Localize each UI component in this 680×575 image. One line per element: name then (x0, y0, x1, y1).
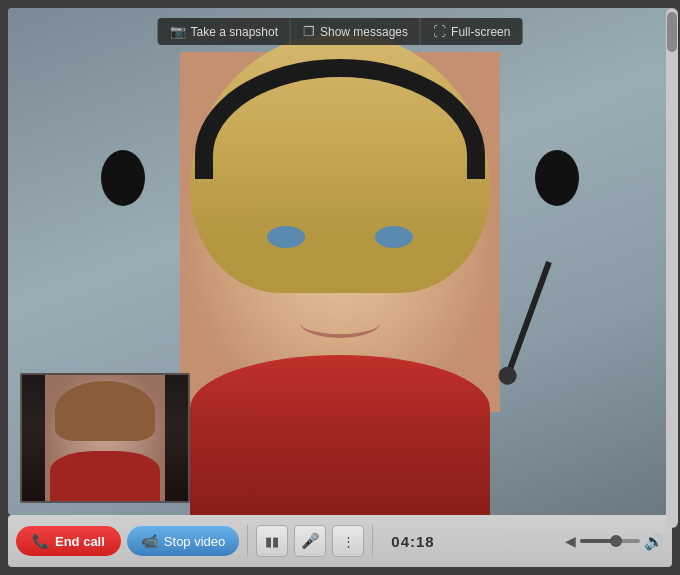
local-video (22, 375, 188, 501)
messages-icon: ❐ (303, 24, 315, 39)
stop-video-label: Stop video (164, 534, 225, 549)
call-timer: 04:18 (381, 533, 444, 550)
self-view-pip (20, 373, 190, 503)
fullscreen-label: Full-screen (451, 25, 510, 39)
app-window: 📷 Take a snapshot ❐ Show messages ⛶ Full… (0, 0, 680, 575)
snapshot-label: Take a snapshot (191, 25, 278, 39)
messages-label: Show messages (320, 25, 408, 39)
dialpad-button[interactable]: ⋮ (332, 525, 364, 557)
local-person-hair (55, 381, 155, 441)
controls-bar: 📞 End call 📹 Stop video ▮▮ 🎤 ⋮ 04:18 ◀ (8, 515, 672, 567)
fullscreen-icon: ⛶ (433, 24, 446, 39)
scroll-thumb[interactable] (667, 12, 677, 52)
snapshot-button[interactable]: 📷 Take a snapshot (158, 18, 291, 45)
headphone-cup-right (535, 150, 579, 206)
volume-slider[interactable] (580, 539, 640, 543)
volume-control: ◀ 🔊 (565, 532, 664, 551)
main-video: 📷 Take a snapshot ❐ Show messages ⛶ Full… (8, 8, 672, 515)
end-call-label: End call (55, 534, 105, 549)
messages-button[interactable]: ❐ Show messages (291, 18, 421, 45)
stop-video-button[interactable]: 📹 Stop video (127, 526, 239, 556)
scrollbar[interactable] (666, 8, 678, 528)
pause-button[interactable]: ▮▮ (256, 525, 288, 557)
volume-thumb[interactable] (610, 535, 622, 547)
video-toolbar: 📷 Take a snapshot ❐ Show messages ⛶ Full… (158, 18, 523, 45)
smile (300, 308, 380, 338)
volume-left-icon: ◀ (565, 533, 576, 549)
mic-icon: 🎤 (301, 532, 320, 550)
camera-icon: 📷 (170, 24, 186, 39)
phone-icon: 📞 (32, 533, 49, 549)
fullscreen-button[interactable]: ⛶ Full-screen (421, 18, 522, 45)
divider-1 (247, 525, 248, 557)
local-sweater (50, 451, 160, 501)
pause-icon: ▮▮ (265, 534, 279, 549)
volume-right-icon: 🔊 (644, 532, 664, 551)
video-icon: 📹 (141, 533, 158, 549)
dialpad-icon: ⋮ (342, 534, 355, 549)
eye-right (375, 226, 413, 248)
divider-2 (372, 525, 373, 557)
mute-button[interactable]: 🎤 (294, 525, 326, 557)
eye-left (267, 226, 305, 248)
video-container: 📷 Take a snapshot ❐ Show messages ⛶ Full… (8, 8, 672, 515)
end-call-button[interactable]: 📞 End call (16, 526, 121, 556)
headphone-cup-left (101, 150, 145, 206)
